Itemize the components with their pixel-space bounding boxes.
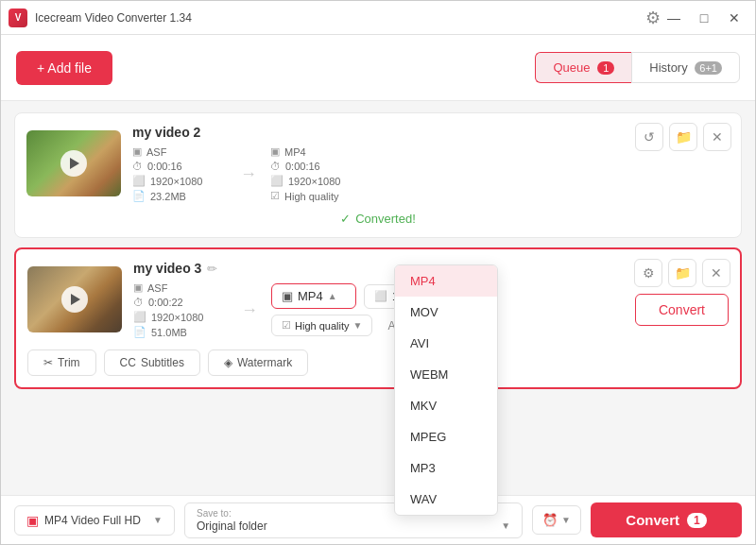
toolbar: + Add file Queue 1 History 6+1 — [1, 35, 755, 101]
video-title-2: my video 3 — [133, 261, 201, 276]
dropdown-item-mp4[interactable]: MP4 — [395, 265, 497, 297]
convert-main-badge: 1 — [687, 513, 707, 528]
quality-dropdown-2[interactable]: ☑ High quality ▼ — [271, 315, 372, 336]
add-file-label: + Add file — [37, 60, 92, 76]
quality-chevron-2: ▼ — [352, 320, 362, 331]
format-dropdown-value-2: MP4 — [298, 289, 323, 303]
subtitles-button[interactable]: CC Subtitles — [104, 349, 200, 376]
converted-status: ✓ Converted! — [26, 212, 730, 226]
save-to-chevron: ▼ — [501, 520, 510, 531]
target-duration-row-1: ⏱ 0:00:16 — [270, 161, 365, 172]
queue-tab[interactable]: Queue 1 — [535, 52, 631, 83]
resolution-icon-1: ⬜ — [132, 175, 146, 187]
watermark-label: Watermark — [237, 356, 292, 369]
add-file-button[interactable]: + Add file — [16, 51, 112, 85]
tab-group: Queue 1 History 6+1 — [535, 52, 740, 83]
source-duration-2: 0:00:22 — [148, 297, 183, 308]
trim-button[interactable]: ✂ Trim — [27, 349, 96, 376]
check-icon: ✓ — [340, 212, 351, 226]
source-size-2: 51.0MB — [151, 327, 187, 338]
source-size-row-1: 📄 23.2MB — [132, 190, 227, 202]
remove-button-1[interactable]: ✕ — [703, 123, 731, 151]
main-content: my video 2 ▣ ASF ⏱ 0:00:16 ⬜ — [1, 101, 755, 495]
schedule-icon: ⏰ — [542, 513, 558, 527]
duration-icon-1: ⏱ — [132, 161, 143, 172]
window-controls: — □ ✕ — [661, 5, 747, 31]
arrow-2: → — [228, 300, 271, 320]
watermark-button[interactable]: ◈ Watermark — [208, 349, 308, 376]
reset-button-1[interactable]: ↺ — [635, 123, 663, 151]
title-bar: V Icecream Video Converter 1.34 ⚙ — □ ✕ — [1, 1, 755, 35]
schedule-button[interactable]: ⏰ ▼ — [532, 505, 581, 535]
source-meta-2: ▣ ASF ⏱ 0:00:22 ⬜ 1920×1080 📄 — [133, 281, 228, 338]
size-icon-2: 📄 — [133, 326, 146, 338]
remove-button-2[interactable]: ✕ — [702, 259, 730, 287]
history-tab[interactable]: History 6+1 — [631, 52, 740, 83]
schedule-chevron: ▼ — [561, 515, 571, 525]
folder-button-1[interactable]: 📁 — [669, 123, 697, 151]
card-top-2: my video 3 ✏ ▣ ASF ⏱ 0:00:22 — [27, 261, 729, 338]
history-tab-label: History — [649, 60, 687, 75]
card-meta-row-1: ▣ ASF ⏱ 0:00:16 ⬜ 1920×1080 📄 — [132, 145, 730, 202]
convert-main-button[interactable]: Convert 1 — [591, 502, 742, 537]
source-duration-1: 0:00:16 — [147, 161, 182, 172]
source-resolution-row-2: ⬜ 1920×1080 — [133, 311, 228, 323]
converted-text: Converted! — [355, 212, 416, 226]
settings-button-2[interactable]: ⚙ — [634, 259, 662, 287]
minimize-button[interactable]: — — [661, 5, 687, 31]
folder-button-2[interactable]: 📁 — [668, 259, 696, 287]
target-meta-1: ▣ MP4 ⏱ 0:00:16 ⬜ 1920×1080 ☑ — [270, 145, 365, 202]
dropdown-item-wav[interactable]: WAV — [395, 484, 497, 515]
dropdown-item-webm[interactable]: WEBM — [395, 359, 497, 390]
format-dropdown-2[interactable]: ▣ MP4 ▲ — [271, 283, 356, 309]
quality-dropdown-value-2: High quality — [295, 320, 349, 332]
target-format-1: MP4 — [284, 146, 306, 158]
target-quality-1: High quality — [284, 191, 338, 202]
video-title-1: my video 2 — [132, 125, 200, 140]
source-resolution-1: 1920×1080 — [150, 176, 202, 187]
bottom-format-select[interactable]: ▣ MP4 Video Full HD ▼ — [14, 505, 175, 536]
thumbnail-1 — [26, 130, 121, 196]
dropdown-item-mp3[interactable]: MP3 — [395, 452, 497, 484]
convert-button-card[interactable]: Convert — [635, 294, 729, 326]
source-format-row-1: ▣ ASF — [132, 145, 227, 158]
resolution-dropdown-icon-2: ⬜ — [374, 290, 387, 302]
app-title: Icecream Video Converter 1.34 — [35, 11, 634, 25]
source-duration-row-1: ⏱ 0:00:16 — [132, 161, 227, 172]
target-format-icon-1: ▣ — [270, 145, 280, 158]
maximize-button[interactable]: □ — [691, 5, 717, 31]
target-quality-row-1: ☑ High quality — [270, 190, 365, 202]
settings-icon[interactable]: ⚙ — [645, 8, 661, 28]
dropdown-item-mpeg[interactable]: MPEG — [395, 421, 497, 452]
format-icon-2: ▣ — [133, 281, 143, 294]
target-resolution-row-1: ⬜ 1920×1080 — [270, 175, 365, 187]
source-size-1: 23.2MB — [150, 191, 186, 202]
bottom-format-icon: ▣ — [26, 513, 39, 528]
close-button[interactable]: ✕ — [721, 5, 747, 31]
card-tools-2: ✂ Trim CC Subtitles ◈ Watermark — [27, 348, 729, 376]
target-duration-1: 0:00:16 — [285, 161, 320, 172]
trim-label: Trim — [58, 356, 80, 369]
edit-icon-2[interactable]: ✏ — [207, 262, 217, 276]
source-meta-1: ▣ ASF ⏱ 0:00:16 ⬜ 1920×1080 📄 — [132, 145, 227, 202]
arrow-1: → — [227, 164, 270, 184]
play-button-1[interactable] — [60, 150, 87, 177]
video-card-1: my video 2 ▣ ASF ⏱ 0:00:16 ⬜ — [14, 112, 742, 238]
dropdown-item-avi[interactable]: AVI — [395, 328, 497, 359]
source-resolution-2: 1920×1080 — [151, 312, 203, 323]
target-resolution-1: 1920×1080 — [288, 176, 340, 187]
dropdown-item-mkv[interactable]: MKV — [395, 390, 497, 421]
subtitles-label: Subtitles — [141, 356, 184, 369]
play-button-2[interactable] — [61, 286, 88, 313]
bottom-format-chevron: ▼ — [153, 515, 163, 525]
queue-badge: 1 — [597, 61, 614, 75]
save-to-path: Original folder — [197, 519, 267, 533]
dropdown-item-mov[interactable]: MOV — [395, 297, 497, 328]
history-badge: 6+1 — [695, 61, 722, 75]
bottom-format-label: MP4 Video Full HD — [44, 514, 141, 527]
source-format-row-2: ▣ ASF — [133, 281, 228, 294]
source-format-2: ASF — [147, 282, 167, 294]
bottom-bar: ▣ MP4 Video Full HD ▼ Save to: Original … — [1, 495, 755, 544]
target-format-row-1: ▣ MP4 — [270, 145, 365, 158]
source-resolution-row-1: ⬜ 1920×1080 — [132, 175, 227, 187]
